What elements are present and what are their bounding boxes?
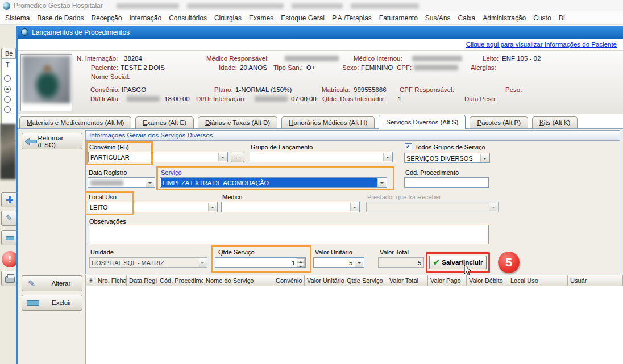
excluir-button[interactable]: Excluir	[22, 295, 82, 311]
nome-social-label: Nome Social:	[91, 73, 130, 80]
background-tab[interactable]: Be	[1, 48, 16, 58]
grupo-servico-combobox[interactable]: SERVIÇOS DIVERSOS	[404, 153, 490, 163]
spin-down-icon[interactable]	[297, 263, 305, 267]
menu-sistema[interactable]: Sistema	[5, 14, 30, 22]
groupbox-title: Informações Gerais dos Serviços Diversos	[86, 131, 620, 141]
radio-button[interactable]	[4, 75, 11, 82]
menu-internacao[interactable]: Internação	[129, 14, 161, 22]
grupo-lancamento-combobox[interactable]	[250, 152, 393, 162]
tab-diarias-taxas[interactable]: Diárias e Taxas (Alt D)	[198, 116, 277, 129]
menu-cirurgias[interactable]: Cirurgias	[214, 14, 242, 22]
qtde-dias-label: Qtde. Dias Internado:	[322, 95, 384, 102]
cod-procedimento-input[interactable]	[404, 177, 489, 188]
col-valor-debito[interactable]: Valor Débito	[467, 275, 508, 286]
pencil-icon: ✎	[28, 278, 35, 289]
tipo-san-label: Tipo San.:	[273, 64, 303, 71]
convenio-combobox[interactable]: PARTICULAR	[88, 152, 228, 162]
alterar-button[interactable]: ✎ Alterar	[22, 275, 82, 291]
observacoes-textarea[interactable]	[89, 225, 489, 244]
menu-sus-ans[interactable]: Sus/Ans	[425, 14, 451, 22]
servico-combobox[interactable]: LIMPEZA EXTRA DE ACOMODAÇÃO	[160, 177, 387, 188]
radio-button-selected[interactable]	[4, 86, 11, 93]
grid-body[interactable]	[85, 286, 623, 364]
tab-bar: Materiais e Medicamentos (Alt M) Exames …	[19, 115, 622, 129]
salvar-incluir-button[interactable]: ✔ Salvar/Incluir	[429, 256, 487, 269]
paciente-label: Paciente:	[91, 64, 118, 71]
grid-corner-icon[interactable]: ✳	[86, 275, 95, 286]
menu-exames[interactable]: Exames	[249, 14, 273, 22]
todos-grupos-checkbox[interactable]	[405, 143, 412, 150]
tab-servicos-diversos[interactable]: Serviços Diversos (Alt S)	[379, 115, 466, 129]
menu-base-de-dados[interactable]: Base de Dados	[37, 14, 84, 22]
cpf-responsavel-label: CPF Responsável:	[400, 86, 454, 93]
chevron-down-icon[interactable]	[480, 154, 489, 162]
chevron-down-icon[interactable]	[377, 178, 386, 187]
menu-caixa[interactable]: Caixa	[458, 14, 476, 22]
menu-estoque-geral[interactable]: Estoque Geral	[281, 14, 325, 22]
tab-materiais-medicamentos[interactable]: Materiais e Medicamentos (Alt M)	[19, 116, 131, 129]
patient-info-link[interactable]: Clique aqui para visualizar Informações …	[466, 41, 617, 48]
retornar-button[interactable]: Retornar (ESC)	[22, 133, 82, 149]
idade-value: 20 ANOS	[240, 64, 267, 71]
servico-label: Serviço	[161, 169, 182, 176]
chevron-down-icon[interactable]	[218, 153, 227, 161]
spinner-buttons[interactable]	[297, 258, 305, 267]
menu-administracao[interactable]: Administração	[483, 14, 526, 22]
cpf-label: CPF:	[397, 64, 412, 71]
chevron-down-icon	[489, 203, 497, 211]
spin-up-icon[interactable]	[297, 258, 305, 263]
chevron-down-icon[interactable]	[350, 203, 359, 211]
convenio-f5-label: Convênio (F5)	[89, 144, 129, 150]
mouse-cursor	[464, 265, 472, 276]
menu-recepcao[interactable]: Recepção	[91, 14, 122, 22]
valor-unitario-combobox[interactable]: 5	[313, 257, 364, 268]
patient-header: N. Internação: 38284 Médico Responsável:…	[18, 51, 623, 114]
tab-exames[interactable]: Exames (Alt E)	[135, 116, 194, 129]
menu-bi[interactable]: BI	[559, 14, 565, 22]
chevron-down-icon[interactable]	[383, 153, 392, 161]
edit-button[interactable]: ✎	[1, 211, 16, 226]
qtde-servico-spinner[interactable]: 1	[215, 257, 306, 268]
grupo-lancamento-label: Grupo de Lançamento	[251, 144, 313, 150]
browse-button[interactable]: ...	[231, 152, 244, 162]
menu-custo[interactable]: Custo	[533, 14, 551, 22]
col-valor-total[interactable]: Valor Total	[387, 275, 428, 286]
col-local-uso[interactable]: Local Uso	[508, 275, 568, 286]
print-button[interactable]	[1, 271, 16, 286]
peso-label: Peso:	[505, 86, 522, 93]
tab-kits[interactable]: Kits (Alt K)	[532, 116, 578, 129]
col-cod-procediment[interactable]: Cód. Procediment	[157, 275, 203, 286]
col-nome-servico[interactable]: Nome do Serviço	[203, 275, 273, 286]
chevron-down-icon[interactable]	[355, 258, 363, 267]
tab-pacotes[interactable]: Pacotes (Alt P)	[470, 116, 528, 129]
tab-honorarios-medicos[interactable]: Honorários Médicos (Alt H)	[281, 116, 375, 129]
medico-combobox[interactable]	[221, 202, 360, 212]
col-qtde-servico[interactable]: Qtde Serviço	[344, 275, 387, 286]
alert-icon[interactable]: !	[2, 251, 16, 267]
col-valor-unitario[interactable]: Valor Unitário	[305, 275, 344, 286]
printer-icon	[5, 276, 15, 283]
col-convenio[interactable]: Convênio	[273, 275, 305, 286]
col-nro-ficha[interactable]: Nro. Ficha	[95, 275, 127, 286]
local-uso-combobox[interactable]: LEITO	[88, 202, 218, 212]
col-usuario[interactable]: Usuár	[568, 275, 608, 286]
remove-button[interactable]	[1, 230, 16, 245]
background-photo	[0, 124, 16, 179]
grupo-servico-value: SERVIÇOS DIVERSOS	[406, 155, 473, 162]
col-valor-pago[interactable]: Valor Pago	[428, 275, 467, 286]
radio-button[interactable]	[4, 106, 11, 113]
menu-pa-terapias[interactable]: P.A./Terapias	[332, 14, 372, 22]
chevron-down-icon[interactable]	[208, 203, 217, 211]
col-data-regist[interactable]: Data Regist	[127, 275, 157, 286]
radio-button[interactable]	[4, 96, 11, 103]
sexo-label: Sexo:	[342, 64, 359, 71]
data-registro-combobox[interactable]	[88, 177, 155, 188]
redacted-text	[187, 3, 284, 9]
screen: Promedico Gestão Hospitalar Sistema Base…	[0, 0, 623, 364]
matricula-value: 999555666	[354, 86, 387, 93]
menu-faturamento[interactable]: Faturamento	[379, 14, 418, 22]
chevron-down-icon[interactable]	[146, 178, 154, 187]
add-button[interactable]	[1, 192, 16, 207]
menu-consultorios[interactable]: Consultórios	[169, 14, 207, 22]
pencil-icon: ✎	[6, 214, 13, 223]
